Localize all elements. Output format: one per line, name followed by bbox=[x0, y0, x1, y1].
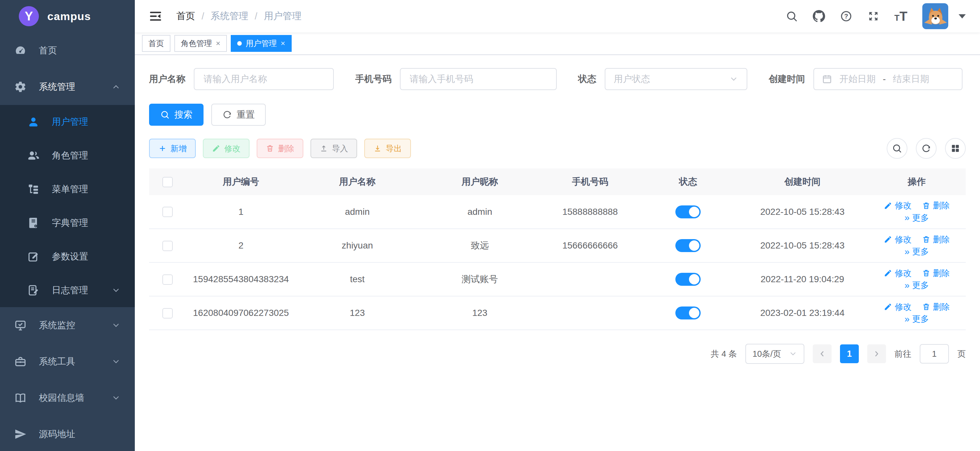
search-button[interactable]: 搜索 bbox=[149, 104, 204, 126]
sidebar-item-home[interactable]: 首页 bbox=[0, 32, 135, 69]
row-edit-link[interactable]: 修改 bbox=[884, 234, 912, 245]
phone-input[interactable] bbox=[400, 68, 557, 90]
username-input[interactable] bbox=[194, 68, 334, 90]
sidebar-item-label: 字典管理 bbox=[52, 217, 88, 229]
sidebar-item-label: 校园信息墙 bbox=[39, 392, 84, 404]
select-all-checkbox[interactable] bbox=[162, 177, 173, 187]
main-area: 首页 / 系统管理 / 用户管理 ? T bbox=[135, 0, 980, 451]
page-number-button[interactable]: 1 bbox=[840, 345, 859, 363]
next-page-button[interactable] bbox=[867, 345, 886, 363]
export-button[interactable]: 导出 bbox=[364, 139, 411, 158]
user-table: 用户编号 用户名称 用户昵称 手机号码 状态 创建时间 操作 1 admin bbox=[149, 168, 966, 330]
import-button[interactable]: 导入 bbox=[310, 139, 357, 158]
row-checkbox[interactable] bbox=[162, 275, 173, 285]
trash-icon bbox=[922, 235, 931, 244]
chevron-down-icon bbox=[111, 357, 121, 366]
row-edit-link[interactable]: 修改 bbox=[884, 268, 912, 279]
sidebar-item-label: 角色管理 bbox=[52, 149, 88, 162]
tab-home[interactable]: 首页 bbox=[142, 35, 170, 52]
actions-cell: 修改 删除 »更多 bbox=[868, 229, 966, 262]
actions-cell: 修改 删除 »更多 bbox=[868, 195, 966, 229]
date-range-picker[interactable]: 开始日期 - 结束日期 bbox=[813, 68, 963, 90]
chevron-down-icon bbox=[789, 349, 797, 358]
created-time-cell: 2023-02-01 23:19:44 bbox=[737, 296, 867, 330]
breadcrumb-separator: / bbox=[202, 11, 204, 22]
status-select[interactable]: 用户状态 bbox=[605, 68, 747, 90]
status-toggle[interactable] bbox=[675, 239, 701, 252]
app-logo[interactable]: Y campus bbox=[0, 0, 135, 32]
phone-label: 手机号码 bbox=[355, 73, 391, 85]
close-icon[interactable]: × bbox=[281, 40, 285, 47]
sidebar-collapse-icon[interactable] bbox=[149, 10, 162, 23]
username-cell: 123 bbox=[296, 296, 419, 330]
breadcrumb-item-home[interactable]: 首页 bbox=[176, 10, 195, 23]
fullscreen-icon[interactable] bbox=[867, 10, 880, 22]
user-icon bbox=[27, 116, 40, 128]
avatar[interactable] bbox=[922, 3, 948, 29]
row-more-link[interactable]: »更多 bbox=[905, 212, 929, 224]
refresh-table-button[interactable] bbox=[916, 138, 937, 159]
username-cell: zhiyuan bbox=[296, 229, 419, 262]
row-edit-link[interactable]: 修改 bbox=[884, 301, 912, 313]
row-edit-link[interactable]: 修改 bbox=[884, 200, 912, 211]
breadcrumb: 首页 / 系统管理 / 用户管理 bbox=[176, 10, 301, 23]
username-label: 用户名称 bbox=[149, 73, 185, 85]
reset-button[interactable]: 重置 bbox=[211, 104, 266, 126]
sidebar-item-log-management[interactable]: 日志管理 bbox=[0, 273, 135, 307]
breadcrumb-separator: / bbox=[255, 11, 257, 22]
delete-button[interactable]: 删除 bbox=[257, 139, 303, 158]
tab-role-management[interactable]: 角色管理 × bbox=[174, 35, 227, 52]
tags-view-bar: 首页 角色管理 × 用户管理 × bbox=[135, 32, 980, 55]
goto-page-input[interactable] bbox=[920, 344, 949, 364]
sidebar-item-parameter-settings[interactable]: 参数设置 bbox=[0, 240, 135, 273]
row-delete-link[interactable]: 删除 bbox=[922, 301, 950, 313]
user-id-cell: 2 bbox=[186, 229, 296, 262]
status-toggle[interactable] bbox=[675, 205, 701, 218]
toggle-search-button[interactable] bbox=[887, 138, 907, 159]
row-checkbox[interactable] bbox=[162, 308, 173, 319]
sidebar-item-user-management[interactable]: 用户管理 bbox=[0, 105, 135, 139]
sidebar-item-source-code[interactable]: 源码地址 bbox=[0, 416, 135, 451]
row-checkbox[interactable] bbox=[162, 207, 173, 217]
tab-label: 用户管理 bbox=[246, 38, 277, 49]
font-size-icon[interactable]: TT bbox=[894, 9, 907, 24]
row-more-link[interactable]: »更多 bbox=[905, 313, 929, 325]
search-icon bbox=[160, 110, 170, 119]
logo-icon: Y bbox=[19, 6, 39, 26]
row-more-link[interactable]: »更多 bbox=[905, 279, 929, 291]
sidebar-item-system-monitor[interactable]: 系统监控 bbox=[0, 307, 135, 343]
sidebar-item-system-tools[interactable]: 系统工具 bbox=[0, 343, 135, 380]
close-icon[interactable]: × bbox=[216, 40, 220, 47]
sidebar-item-campus-info-wall[interactable]: 校园信息墙 bbox=[0, 380, 135, 416]
row-more-link[interactable]: »更多 bbox=[905, 246, 929, 257]
search-icon[interactable] bbox=[786, 10, 798, 22]
avatar-caret-down-icon[interactable] bbox=[959, 14, 966, 19]
help-icon[interactable]: ? bbox=[840, 10, 852, 22]
row-checkbox[interactable] bbox=[162, 241, 173, 251]
status-filter: 状态 用户状态 bbox=[578, 68, 747, 90]
sidebar-item-system-management[interactable]: 系统管理 bbox=[0, 69, 135, 105]
github-icon[interactable] bbox=[813, 10, 825, 22]
page-size-value: 10条/页 bbox=[752, 348, 781, 360]
column-settings-button[interactable] bbox=[945, 138, 966, 159]
tab-user-management[interactable]: 用户管理 × bbox=[231, 35, 292, 52]
page-size-select[interactable]: 10条/页 bbox=[745, 344, 804, 364]
add-button[interactable]: + 新增 bbox=[149, 139, 196, 158]
sidebar-item-role-management[interactable]: 角色管理 bbox=[0, 139, 135, 172]
chevron-down-icon bbox=[111, 393, 121, 402]
status-toggle[interactable] bbox=[675, 273, 701, 286]
prev-page-button[interactable] bbox=[813, 345, 832, 363]
actions-cell: 修改 删除 »更多 bbox=[868, 262, 966, 296]
sidebar-item-menu-management[interactable]: 菜单管理 bbox=[0, 172, 135, 206]
breadcrumb-item-current: 用户管理 bbox=[264, 10, 301, 23]
row-delete-link[interactable]: 删除 bbox=[922, 268, 950, 279]
status-toggle[interactable] bbox=[675, 306, 701, 319]
search-button-label: 搜索 bbox=[174, 108, 192, 121]
edit-button[interactable]: 修改 bbox=[203, 139, 250, 158]
sidebar-menu: 首页 系统管理 用户管理 bbox=[0, 32, 135, 451]
sidebar-item-dictionary-management[interactable]: 字典管理 bbox=[0, 206, 135, 240]
row-delete-link[interactable]: 删除 bbox=[922, 200, 950, 211]
row-delete-link[interactable]: 删除 bbox=[922, 234, 950, 245]
trash-icon bbox=[922, 202, 931, 210]
sidebar-item-label: 菜单管理 bbox=[52, 183, 88, 195]
